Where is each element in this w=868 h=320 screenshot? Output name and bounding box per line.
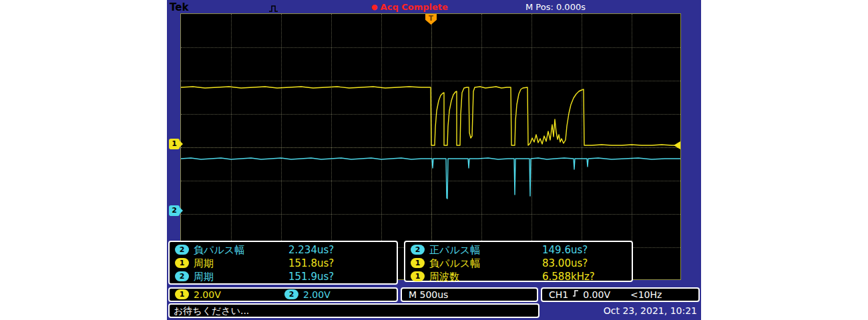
ch1-trace — [181, 87, 680, 145]
measurement-row: 1 負パルス幅 83.00us? — [405, 257, 632, 270]
measurement-row: 1 周期 151.8us? — [170, 257, 397, 270]
measurement-label: 周期 — [194, 270, 214, 283]
ch2-badge: 2 — [411, 245, 425, 255]
trigger-level-arrow — [674, 141, 680, 149]
measurement-row: 2 周期 151.9us? — [170, 270, 397, 283]
measurement-box-left: 2 負パルス幅 2.234us? 1 周期 151.8us? 2 周期 151.… — [168, 241, 398, 285]
measurement-label: 周波数 — [429, 270, 459, 283]
ch2-trace — [181, 158, 680, 199]
measurement-row: 1 周波数 6.588kHz? — [405, 270, 632, 283]
timebase-readout: M 500us — [409, 289, 448, 300]
ch2-badge: 2 — [175, 271, 189, 281]
measurement-label: 正パルス幅 — [429, 243, 480, 257]
measurement-value: 151.8us? — [288, 257, 334, 270]
measurement-value: 149.6us? — [542, 243, 588, 257]
status-message-box: お待ちください... — [168, 303, 539, 318]
measurement-row: 2 正パルス幅 149.6us? — [405, 243, 632, 257]
datetime-readout: Oct 23, 2021, 10:21 — [539, 303, 700, 318]
ch2-scale-readout: 2.00V — [303, 289, 331, 301]
brand-logo: Tek — [170, 1, 188, 13]
acq-status: ●Acq Complete — [371, 2, 448, 12]
measurement-label: 周期 — [194, 257, 214, 270]
measurement-row: 2 負パルス幅 2.234us? — [170, 243, 397, 257]
rising-edge-icon — [572, 289, 579, 301]
trigger-frequency-readout: <10Hz — [630, 289, 662, 301]
m-pos-readout: M Pos: 0.000s — [525, 2, 586, 12]
measurement-value: 2.234us? — [288, 243, 334, 257]
ch1-badge: 1 — [411, 258, 425, 268]
measurement-label: 負パルス幅 — [194, 243, 244, 257]
acq-status-text: Acq Complete — [381, 2, 448, 12]
graticule — [180, 13, 681, 280]
ch1-badge: 1 — [411, 271, 425, 281]
trigger-settings-box: CH1 0.00V <10Hz — [541, 287, 700, 302]
measurement-value: 151.9us? — [288, 270, 334, 283]
measurement-value: 83.00us? — [542, 257, 588, 270]
measurement-box-right: 2 正パルス幅 149.6us? 1 負パルス幅 83.00us? 1 周波数 … — [404, 241, 633, 282]
status-message: お待ちください... — [174, 305, 249, 316]
ch1-scale-readout: 2.00V — [194, 289, 221, 301]
measurement-label: 負パルス幅 — [429, 257, 480, 270]
timebase-box: M 500us — [401, 287, 538, 302]
ch1-badge: 1 — [175, 258, 189, 268]
ch2-ground-marker: 2 — [169, 205, 180, 216]
measurement-value: 6.588kHz? — [542, 270, 595, 283]
trigger-source-readout: CH1 — [549, 289, 568, 301]
trigger-level-readout: 0.00V — [583, 289, 610, 301]
ch2-badge: 2 — [175, 245, 189, 255]
record-dot-icon: ● — [371, 3, 378, 11]
ch1-ground-marker: 1 — [169, 139, 180, 149]
channel-settings-box: 1 2.00V 2 2.00V — [168, 287, 398, 302]
oscilloscope-screen: Tek ●Acq Complete M Pos: 0.000s T 1 2 2 … — [167, 0, 701, 320]
ch1-badge: 1 — [175, 289, 189, 299]
ch2-badge: 2 — [284, 289, 298, 299]
